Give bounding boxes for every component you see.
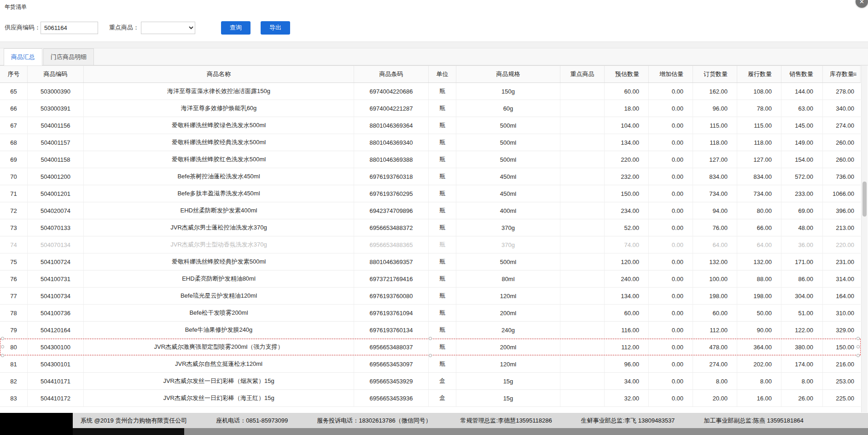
table-cell: 504001158: [28, 151, 84, 168]
title-bar: 年货清单: [0, 0, 868, 14]
selection-handle[interactable]: [856, 337, 860, 340]
table-row[interactable]: 76504100731EHD柔亮防断护发精油80ml6973721769416瓶…: [0, 270, 861, 288]
table-cell: 6974004220686: [354, 83, 429, 100]
selection-handle[interactable]: [1, 337, 4, 340]
column-menu-icon[interactable]: ≡: [851, 70, 859, 78]
toolbar: 供应商编码： 重点商品： 查询 导出: [0, 14, 868, 41]
table-cell: 瓶: [429, 185, 456, 202]
table-cell: [560, 390, 605, 406]
tab-store-product-detail[interactable]: 门店商品明细: [43, 48, 94, 65]
table-cell: 63.00: [781, 100, 823, 117]
vertical-scrollbar[interactable]: [861, 65, 868, 412]
table-cell: 34.00: [605, 373, 649, 389]
selection-handle[interactable]: [856, 345, 860, 348]
table-row[interactable]: 71504001201Befe多肽丰盈滋养洗发水450ml69761937602…: [0, 185, 861, 202]
table-cell: [560, 185, 605, 202]
table-cell: 120.00: [605, 253, 649, 270]
table-cell: 340.00: [823, 100, 861, 117]
column-header[interactable]: 预估数量: [605, 66, 649, 82]
table-cell: 15g: [456, 390, 560, 406]
table-cell: 104.00: [605, 117, 649, 134]
table-cell: 504001200: [28, 168, 84, 185]
table-row[interactable]: 69504001158爱敬科娜洗丝蜂胶红色洗发水500ml88010463693…: [0, 151, 861, 168]
column-header[interactable]: 商品条码: [354, 66, 429, 82]
table-cell: 0.00: [649, 168, 693, 185]
table-cell: 8801046369388: [354, 151, 429, 168]
table-row[interactable]: 73504070133JVR杰威尔男士蓬松控油洗发水370g6956653488…: [0, 219, 861, 236]
tab-product-summary[interactable]: 商品汇总: [4, 48, 42, 65]
table-row[interactable]: 82504410171JVR杰威尔发丝一日幻彩棒（烟灰紫）15g69566534…: [0, 373, 861, 390]
footer-text: 座机电话：0851-85973099: [216, 417, 288, 425]
footer-bar: 系统 @2019 贵州合力购物有限责任公司座机电话：0851-85973099服…: [0, 413, 868, 428]
table-cell: 370g: [456, 219, 560, 236]
table-cell: 500ml: [456, 117, 560, 134]
table-row[interactable]: 79504120164Befe牛油果修护发膜240g6976193760134瓶…: [0, 322, 861, 339]
column-header[interactable]: 重点商品: [560, 66, 605, 82]
table-cell: 504410171: [28, 373, 84, 389]
table-body: 65503000390海洋至尊蓝藻水律长效控油洁面露150g6974004220…: [0, 83, 861, 407]
table-cell: 115.00: [737, 117, 781, 134]
horizontal-scrollbar-thumb[interactable]: [73, 428, 184, 435]
column-header[interactable]: 商品编码: [28, 66, 84, 82]
table-cell: 6976193760295: [354, 185, 429, 202]
selection-handle[interactable]: [429, 337, 432, 340]
selection-handle[interactable]: [856, 354, 860, 357]
column-header[interactable]: 履行数量: [737, 66, 781, 82]
footer-text: 系统 @2019 贵州合力购物有限责任公司: [81, 417, 187, 425]
table-cell: 202.00: [737, 356, 781, 372]
column-header[interactable]: 商品名称: [84, 66, 354, 82]
table-row[interactable]: 66503000391海洋至尊多效修护焕能乳60g6974004221287瓶6…: [0, 100, 861, 117]
selection-handle[interactable]: [429, 354, 432, 357]
supplier-code-input[interactable]: [41, 22, 98, 34]
query-button[interactable]: 查询: [221, 21, 250, 35]
column-header[interactable]: 单位: [429, 66, 456, 82]
table-cell: 6973721769416: [354, 270, 429, 287]
table-row[interactable]: 68504001157爱敬科娜洗丝蜂胶经典洗发水500ml88010463693…: [0, 134, 861, 151]
selection-handle[interactable]: [1, 345, 4, 348]
table-row[interactable]: 70504001200Befe茶树控油蓬松洗发水450ml69761937603…: [0, 168, 861, 185]
column-header[interactable]: 商品规格: [456, 66, 560, 82]
table-cell: 0.00: [649, 185, 693, 202]
table-cell: 500ml: [456, 151, 560, 168]
table-cell: 瓶: [429, 151, 456, 168]
table-cell: 6956653453097: [354, 356, 429, 372]
vertical-scrollbar-thumb[interactable]: [862, 182, 867, 217]
table-cell: 200ml: [456, 305, 560, 321]
table-cell: 364.00: [737, 339, 781, 355]
table-cell: JVR杰威尔自然立挺蓬松水120ml: [84, 356, 354, 372]
column-header[interactable]: 增加估量: [649, 66, 693, 82]
table-cell: 216.00: [823, 356, 861, 372]
export-button[interactable]: 导出: [261, 21, 290, 35]
table-row[interactable]: 81504300101JVR杰威尔自然立挺蓬松水120ml69566534530…: [0, 356, 861, 373]
table-cell: 48.00: [781, 219, 823, 236]
column-header[interactable]: 销售数量: [781, 66, 823, 82]
column-header[interactable]: 序号: [0, 66, 28, 82]
selection-handle[interactable]: [1, 354, 4, 357]
table-row[interactable]: 67504001156爱敬科娜洗丝蜂胶绿色洗发水500ml88010463693…: [0, 117, 861, 134]
table-row[interactable]: 74504070134JVR杰威尔男士型动香氛洗发水370g6956653488…: [0, 236, 861, 253]
table-cell: 0.00: [649, 270, 693, 287]
table-row[interactable]: 65503000390海洋至尊蓝藻水律长效控油洁面露150g6974004220…: [0, 83, 861, 100]
table-row[interactable]: 72504020074EHD丝柔防断发护发素400ml6942374709896…: [0, 202, 861, 219]
table-cell: 504300101: [28, 356, 84, 372]
table-cell: 118.00: [693, 134, 737, 151]
table-cell: 150.00: [605, 185, 649, 202]
table-cell: 海洋至尊蓝藻水律长效控油洁面露150g: [84, 83, 354, 100]
table-cell: 0.00: [649, 373, 693, 389]
column-header[interactable]: 订货数量: [693, 66, 737, 82]
table-cell: 504300100: [28, 339, 84, 355]
horizontal-scrollbar[interactable]: [0, 428, 868, 435]
table-row[interactable]: 77504100734Befe琉光星云护发精油120ml697619376008…: [0, 288, 861, 305]
table-row[interactable]: 83504410172JVR杰威尔发丝一日幻彩棒（海王红）15g69566534…: [0, 390, 861, 407]
table-row[interactable]: 75504100724爱敬科娜洗丝蜂胶经典护发素500ml88010463693…: [0, 253, 861, 270]
footer-text: 服务投诉电话：18302613786（微信同号）: [317, 417, 431, 425]
table-cell: 16.00: [737, 390, 781, 406]
table-row[interactable]: 80504300100JVR杰威尔激爽强塑定型喷雾200ml（强力支撑）6956…: [0, 339, 861, 356]
table-cell: 8801046369357: [354, 253, 429, 270]
table-cell: EHD丝柔防断发护发素400ml: [84, 202, 354, 219]
table-cell: 72: [0, 202, 28, 219]
table-cell: 瓶: [429, 219, 456, 236]
table-cell: 77: [0, 288, 28, 304]
table-row[interactable]: 78504100736Befe松干发喷雾200ml6976193761094瓶2…: [0, 305, 861, 322]
key-product-select[interactable]: [141, 22, 195, 34]
